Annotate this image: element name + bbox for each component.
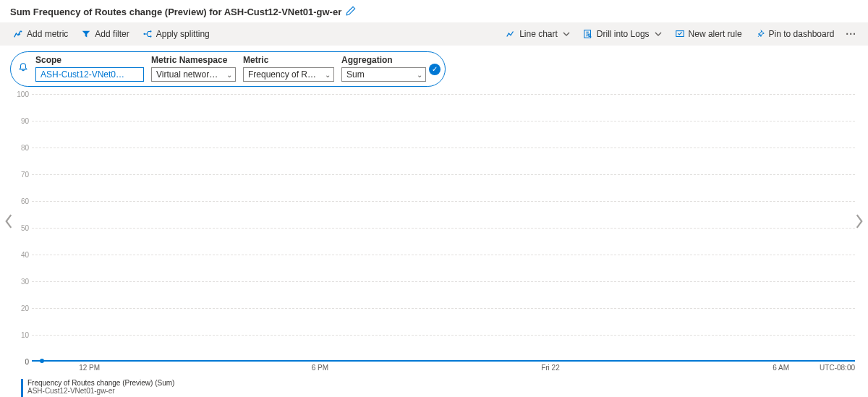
y-tick-label: 40	[13, 251, 29, 259]
more-options-button[interactable]: ···	[841, 25, 861, 43]
y-tick-label: 100	[13, 90, 29, 98]
drill-logs-label: Drill into Logs	[597, 29, 650, 39]
y-tick-label: 60	[13, 197, 29, 205]
gridline	[32, 255, 855, 255]
namespace-label: Metric Namespace	[151, 55, 236, 65]
chart-type-button[interactable]: Line chart	[500, 26, 576, 42]
gridline	[32, 308, 855, 309]
metric-label: Metric	[243, 55, 334, 65]
metric-select[interactable]: Frequency of Routes ch... ⌄	[243, 67, 334, 82]
gridline	[32, 148, 855, 148]
x-tick-label: 6 PM	[312, 364, 328, 372]
metric-value: Frequency of Routes ch...	[248, 69, 334, 80]
add-filter-label: Add filter	[95, 29, 129, 39]
metric-picker-row: Scope ASH-Cust12-VNet01-gw-er Metric Nam…	[10, 51, 446, 87]
gridline	[32, 174, 855, 175]
gridline	[32, 335, 855, 336]
y-tick-label: 20	[13, 304, 29, 312]
add-metric-label: Add metric	[27, 29, 68, 39]
scope-group: Scope ASH-Cust12-VNet01-gw-er	[35, 55, 144, 82]
y-tick-label: 90	[13, 117, 29, 125]
chart-area: 0102030405060708090100 UTC-08:00 12 PM6 …	[13, 94, 855, 375]
chart-title-row: Sum Frequency of Routes change (Preview)…	[0, 0, 868, 22]
metric-picker-capsule: Scope ASH-Cust12-VNet01-gw-er Metric Nam…	[10, 51, 446, 87]
scope-label: Scope	[35, 55, 144, 65]
namespace-group: Metric Namespace Virtual network gatewa.…	[151, 55, 236, 82]
scope-select[interactable]: ASH-Cust12-VNet01-gw-er	[35, 67, 144, 82]
metrics-toolbar: Add metric Add filter Apply splitting Li…	[0, 22, 868, 46]
y-tick-label: 50	[13, 224, 29, 232]
svg-point-2	[150, 30, 151, 32]
gridline	[32, 121, 855, 121]
chart-type-label: Line chart	[519, 29, 558, 39]
resource-icon	[18, 62, 28, 74]
legend[interactable]: Frequency of Routes change (Preview) (Su…	[21, 379, 855, 397]
metric-group: Metric Frequency of Routes ch... ⌄	[243, 55, 334, 82]
add-filter-button[interactable]: Add filter	[75, 26, 135, 42]
confirm-metric-button[interactable]: ✓	[429, 64, 441, 75]
x-axis: UTC-08:00 12 PM6 PMFri 226 AM	[32, 362, 855, 375]
pin-dashboard-label: Pin to dashboard	[769, 29, 835, 39]
plot-area[interactable]: 0102030405060708090100	[32, 94, 855, 362]
namespace-select[interactable]: Virtual network gatewa... ⌄	[151, 67, 236, 82]
y-tick-label: 80	[13, 144, 29, 152]
x-tick-label: Fri 22	[541, 364, 560, 372]
y-tick-label: 0	[13, 358, 29, 366]
svg-point-1	[143, 33, 145, 35]
edit-title-icon[interactable]	[346, 6, 356, 18]
gridline	[32, 281, 855, 282]
aggregation-select[interactable]: Sum ⌄	[341, 67, 426, 82]
chevron-down-icon: ⌄	[226, 71, 232, 79]
aggregation-label: Aggregation	[341, 55, 426, 65]
y-tick-label: 30	[13, 278, 29, 286]
gridline	[32, 228, 855, 229]
timezone-label: UTC-08:00	[820, 364, 855, 372]
namespace-value: Virtual network gatewa...	[156, 69, 236, 80]
aggregation-value: Sum	[346, 69, 365, 80]
apply-splitting-button[interactable]: Apply splitting	[137, 26, 216, 42]
apply-splitting-label: Apply splitting	[156, 29, 210, 39]
chevron-down-icon: ⌄	[325, 71, 331, 79]
y-tick-label: 70	[13, 171, 29, 179]
aggregation-group: Aggregation Sum ⌄	[341, 55, 426, 82]
pin-dashboard-button[interactable]: Pin to dashboard	[749, 26, 841, 42]
legend-resource-name: ASH-Cust12-VNet01-gw-er	[27, 387, 855, 395]
new-alert-button[interactable]: New alert rule	[669, 26, 748, 42]
add-metric-button[interactable]: Add metric	[7, 26, 74, 42]
drill-logs-button[interactable]: Drill into Logs	[577, 26, 668, 42]
chevron-down-icon: ⌄	[417, 71, 422, 79]
x-tick-label: 12 PM	[79, 364, 100, 372]
svg-point-3	[150, 35, 151, 37]
gridline	[32, 201, 855, 202]
gridline	[32, 94, 855, 95]
y-tick-label: 10	[13, 331, 29, 339]
x-tick-label: 6 AM	[773, 364, 789, 372]
scope-value: ASH-Cust12-VNet01-gw-er	[41, 69, 144, 80]
new-alert-label: New alert rule	[689, 29, 742, 39]
chart-title: Sum Frequency of Routes change (Preview)…	[10, 7, 341, 17]
legend-series-name: Frequency of Routes change (Preview) (Su…	[27, 379, 855, 387]
svg-point-0	[20, 30, 22, 32]
